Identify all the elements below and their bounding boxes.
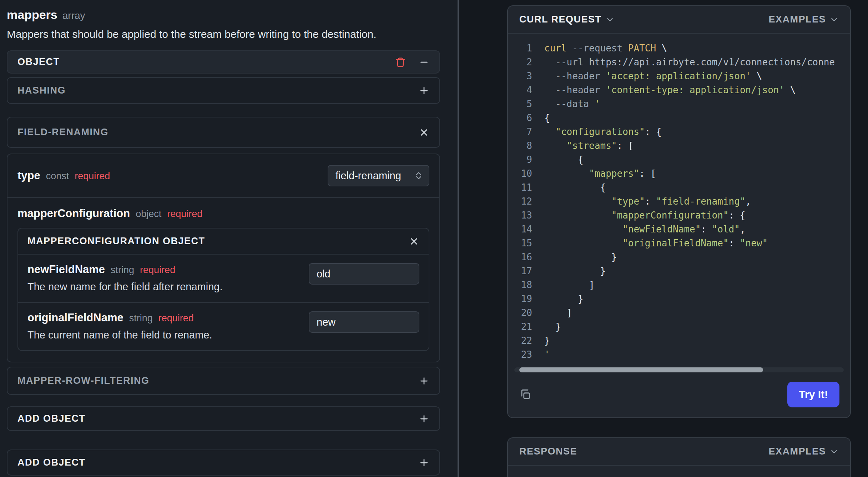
- object-label: OBJECT: [17, 56, 60, 67]
- code-line-content: "originalFieldName": "new": [544, 236, 768, 250]
- line-number: 19: [508, 292, 532, 306]
- mapperconfiguration-object-header: MAPPERCONFIGURATION OBJECT: [18, 229, 429, 255]
- curl-request-dropdown[interactable]: CURL REQUEST: [519, 14, 615, 25]
- mapperconfiguration-object-label: MAPPERCONFIGURATION OBJECT: [27, 236, 205, 247]
- newfieldname-input[interactable]: [309, 263, 419, 285]
- add-object-button-outer[interactable]: ADD OBJECT: [7, 450, 440, 476]
- code-line-content: ]: [544, 278, 595, 292]
- add-object-button-inner[interactable]: ADD OBJECT: [7, 406, 440, 431]
- line-number: 17: [508, 264, 532, 278]
- mapper-row-filtering-row[interactable]: MAPPER-ROW-FILTERING: [7, 367, 440, 395]
- type-field-row: type const required field-renaming: [7, 154, 439, 198]
- code-line-content: {: [544, 181, 606, 195]
- code-line: 19 }: [508, 292, 847, 306]
- delete-object-button[interactable]: [395, 57, 406, 67]
- code-line: 5 --data ': [508, 97, 847, 111]
- request-examples-label: EXAMPLES: [768, 14, 826, 25]
- line-number: 1: [508, 41, 532, 55]
- expand-mapper-row-filtering-button[interactable]: [419, 376, 429, 386]
- type-select-value: field-renaming: [335, 170, 401, 182]
- line-number: 15: [508, 236, 532, 250]
- code-line: 2 --url https://api.airbyte.com/v1/conne…: [508, 55, 847, 69]
- field-renaming-section-header[interactable]: FIELD-RENAMING: [7, 117, 440, 148]
- add-object-outer-label: ADD OBJECT: [17, 457, 86, 468]
- collapse-object-button[interactable]: [419, 57, 429, 67]
- type-field-name: type: [17, 169, 40, 182]
- close-field-renaming-button[interactable]: [419, 127, 429, 138]
- add-object-outer-plus[interactable]: [419, 457, 429, 468]
- code-line: 13 "mapperConfiguration": {: [508, 209, 847, 222]
- line-number: 16: [508, 250, 532, 264]
- newfieldname-required: required: [140, 265, 175, 276]
- field-title-row: mappers array: [7, 8, 440, 22]
- code-line-content: "streams": [: [544, 139, 634, 153]
- try-it-button[interactable]: Try It!: [787, 382, 839, 407]
- code-line-content: "newFieldName": "old",: [544, 222, 746, 236]
- curl-request-header: CURL REQUEST EXAMPLES: [508, 6, 850, 34]
- add-object-inner-plus[interactable]: [419, 413, 429, 424]
- code-line: 18 ]: [508, 278, 847, 292]
- mapper-configuration-meta: object: [136, 209, 161, 220]
- code-line-content: }: [544, 320, 561, 334]
- code-line-content: --header 'accept: application/json' \: [544, 69, 762, 83]
- hashing-section-row[interactable]: HASHING: [7, 77, 440, 104]
- scrollbar-thumb[interactable]: [519, 367, 763, 372]
- horizontal-scrollbar[interactable]: [514, 367, 844, 372]
- mapper-configuration-required: required: [167, 209, 202, 220]
- line-number: 8: [508, 139, 532, 153]
- line-number: 20: [508, 306, 532, 320]
- code-line-content: ]: [544, 306, 572, 320]
- code-line-content: {: [544, 153, 584, 167]
- request-examples-dropdown[interactable]: EXAMPLES: [768, 14, 839, 25]
- line-number: 10: [508, 167, 532, 181]
- code-line-content: "type": "field-renaming",: [544, 195, 751, 209]
- line-number: 21: [508, 320, 532, 334]
- expand-hashing-button[interactable]: [419, 85, 429, 96]
- code-line: 10 "mappers": [: [508, 167, 847, 181]
- line-number: 11: [508, 181, 532, 195]
- originalfieldname-labels: originalFieldName string required The cu…: [27, 311, 212, 341]
- newfieldname-row: newFieldName string required The new nam…: [18, 255, 429, 302]
- close-mapperconfiguration-button[interactable]: [409, 236, 419, 247]
- response-examples-dropdown[interactable]: EXAMPLES: [768, 446, 839, 457]
- type-select[interactable]: field-renaming: [328, 165, 429, 186]
- type-field-labels: type const required: [17, 169, 110, 182]
- object-header-actions: [395, 57, 429, 67]
- response-header: RESPONSE EXAMPLES: [508, 438, 850, 466]
- originalfieldname-meta: string: [129, 313, 153, 324]
- mapper-configuration-labels: mapperConfiguration object required: [7, 198, 439, 220]
- minus-icon: [419, 57, 429, 67]
- curl-request-title: CURL REQUEST: [519, 14, 602, 25]
- schema-panel: mappers array Mappers that should be app…: [7, 0, 440, 476]
- page-title: mappers: [7, 8, 57, 22]
- line-number: 6: [508, 111, 532, 125]
- line-number: 4: [508, 83, 532, 97]
- code-line-content: }: [544, 250, 617, 264]
- code-line: 6{: [508, 111, 847, 125]
- code-line: 7 "configurations": {: [508, 125, 847, 139]
- originalfieldname-input[interactable]: [309, 311, 419, 333]
- field-renaming-body: type const required field-renaming mappe…: [7, 154, 440, 362]
- response-title: RESPONSE: [519, 446, 577, 457]
- chevron-down-icon: [829, 15, 839, 24]
- line-number: 13: [508, 209, 532, 222]
- mapper-row-filtering-label: MAPPER-ROW-FILTERING: [17, 375, 149, 386]
- field-renaming-label: FIELD-RENAMING: [17, 127, 108, 138]
- code-line: 4 --header 'content-type: application/js…: [508, 83, 847, 97]
- code-line: 17 }: [508, 264, 847, 278]
- newfieldname-name: newFieldName: [27, 263, 105, 276]
- code-line-content: }: [544, 292, 584, 306]
- line-number: 5: [508, 97, 532, 111]
- code-line: 3 --header 'accept: application/json' \: [508, 69, 847, 83]
- field-type-label: array: [62, 10, 85, 21]
- code-line: 23': [508, 348, 847, 362]
- code-line-content: curl --request PATCH \: [544, 41, 667, 55]
- originalfieldname-name: originalFieldName: [27, 311, 123, 324]
- originalfieldname-description: The current name of the field to rename.: [27, 329, 212, 341]
- code-line-content: {: [544, 111, 550, 125]
- newfieldname-description: The new name for the field after renamin…: [27, 281, 222, 293]
- curl-request-panel: CURL REQUEST EXAMPLES 1curl --request PA…: [507, 5, 851, 418]
- code-line: 8 "streams": [: [508, 139, 847, 153]
- copy-icon: [519, 388, 531, 401]
- copy-code-button[interactable]: [519, 388, 531, 401]
